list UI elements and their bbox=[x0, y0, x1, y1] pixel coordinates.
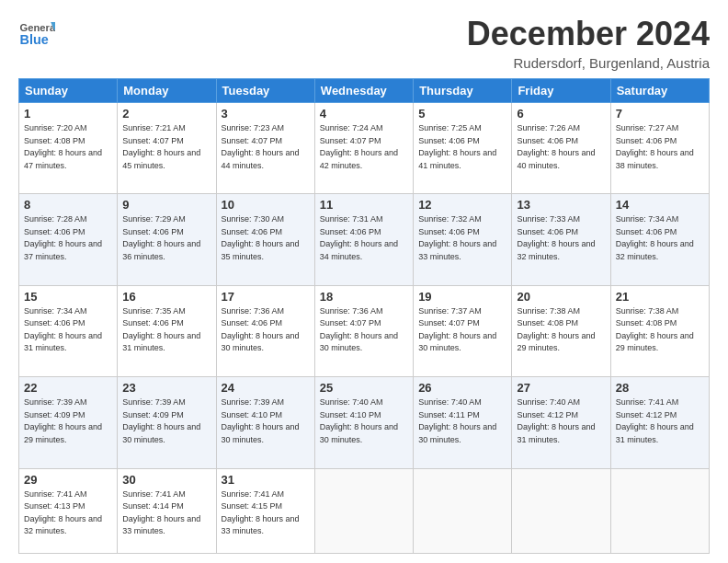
day-info: Sunrise: 7:29 AMSunset: 4:06 PMDaylight:… bbox=[122, 213, 210, 263]
generalblue-logo-icon: General Blue bbox=[18, 15, 55, 52]
calendar-cell: 7Sunrise: 7:27 AMSunset: 4:06 PMDaylight… bbox=[610, 103, 709, 194]
day-info: Sunrise: 7:41 AMSunset: 4:13 PMDaylight:… bbox=[24, 488, 112, 538]
svg-text:General: General bbox=[20, 22, 55, 33]
calendar-cell: 2Sunrise: 7:21 AMSunset: 4:07 PMDaylight… bbox=[118, 103, 216, 194]
calendar-cell bbox=[610, 468, 709, 554]
calendar-cell: 19Sunrise: 7:37 AMSunset: 4:07 PMDayligh… bbox=[414, 285, 512, 376]
weekday-header-wednesday: Wednesday bbox=[314, 79, 413, 103]
day-info: Sunrise: 7:26 AMSunset: 4:06 PMDaylight:… bbox=[517, 122, 605, 172]
month-title: December 2024 bbox=[467, 15, 710, 53]
calendar-cell: 22Sunrise: 7:39 AMSunset: 4:09 PMDayligh… bbox=[19, 377, 118, 468]
day-number: 10 bbox=[222, 198, 310, 212]
calendar-cell: 29Sunrise: 7:41 AMSunset: 4:13 PMDayligh… bbox=[19, 468, 118, 554]
day-info: Sunrise: 7:33 AMSunset: 4:06 PMDaylight:… bbox=[517, 213, 605, 263]
weekday-header-monday: Monday bbox=[118, 79, 216, 103]
calendar-cell: 31Sunrise: 7:41 AMSunset: 4:15 PMDayligh… bbox=[216, 468, 314, 554]
day-number: 24 bbox=[222, 381, 310, 395]
day-info: Sunrise: 7:21 AMSunset: 4:07 PMDaylight:… bbox=[122, 122, 210, 172]
weekday-header-tuesday: Tuesday bbox=[216, 79, 314, 103]
calendar-cell bbox=[512, 468, 610, 554]
day-number: 31 bbox=[222, 473, 310, 487]
calendar-cell: 9Sunrise: 7:29 AMSunset: 4:06 PMDaylight… bbox=[118, 194, 216, 285]
day-info: Sunrise: 7:23 AMSunset: 4:07 PMDaylight:… bbox=[222, 122, 310, 172]
calendar-cell: 28Sunrise: 7:41 AMSunset: 4:12 PMDayligh… bbox=[610, 377, 709, 468]
week-row-5: 29Sunrise: 7:41 AMSunset: 4:13 PMDayligh… bbox=[19, 468, 710, 554]
day-number: 27 bbox=[517, 381, 605, 395]
weekday-header-saturday: Saturday bbox=[610, 79, 709, 103]
day-info: Sunrise: 7:40 AMSunset: 4:11 PMDaylight:… bbox=[418, 396, 506, 446]
day-info: Sunrise: 7:30 AMSunset: 4:06 PMDaylight:… bbox=[222, 213, 310, 263]
day-number: 22 bbox=[24, 381, 112, 395]
calendar-cell: 26Sunrise: 7:40 AMSunset: 4:11 PMDayligh… bbox=[414, 377, 512, 468]
day-info: Sunrise: 7:34 AMSunset: 4:06 PMDaylight:… bbox=[24, 305, 112, 355]
day-number: 28 bbox=[616, 381, 704, 395]
calendar-cell: 8Sunrise: 7:28 AMSunset: 4:06 PMDaylight… bbox=[19, 194, 118, 285]
header: General Blue December 2024 Rudersdorf, B… bbox=[18, 15, 710, 71]
day-info: Sunrise: 7:41 AMSunset: 4:12 PMDaylight:… bbox=[616, 396, 704, 446]
day-info: Sunrise: 7:38 AMSunset: 4:08 PMDaylight:… bbox=[517, 305, 605, 355]
day-number: 8 bbox=[24, 198, 112, 212]
day-info: Sunrise: 7:39 AMSunset: 4:09 PMDaylight:… bbox=[24, 396, 112, 446]
day-info: Sunrise: 7:40 AMSunset: 4:10 PMDaylight:… bbox=[320, 396, 408, 446]
day-number: 4 bbox=[320, 107, 408, 121]
calendar-cell bbox=[314, 468, 413, 554]
day-info: Sunrise: 7:32 AMSunset: 4:06 PMDaylight:… bbox=[418, 213, 506, 263]
weekday-header-row: SundayMondayTuesdayWednesdayThursdayFrid… bbox=[19, 79, 710, 103]
day-info: Sunrise: 7:39 AMSunset: 4:10 PMDaylight:… bbox=[222, 396, 310, 446]
day-info: Sunrise: 7:41 AMSunset: 4:15 PMDaylight:… bbox=[222, 488, 310, 538]
calendar-cell: 27Sunrise: 7:40 AMSunset: 4:12 PMDayligh… bbox=[512, 377, 610, 468]
calendar-cell: 5Sunrise: 7:25 AMSunset: 4:06 PMDaylight… bbox=[414, 103, 512, 194]
calendar-cell: 6Sunrise: 7:26 AMSunset: 4:06 PMDaylight… bbox=[512, 103, 610, 194]
day-number: 7 bbox=[616, 107, 704, 121]
calendar-cell: 3Sunrise: 7:23 AMSunset: 4:07 PMDaylight… bbox=[216, 103, 314, 194]
day-number: 26 bbox=[418, 381, 506, 395]
day-info: Sunrise: 7:37 AMSunset: 4:07 PMDaylight:… bbox=[418, 305, 506, 355]
day-info: Sunrise: 7:34 AMSunset: 4:06 PMDaylight:… bbox=[616, 213, 704, 263]
day-number: 9 bbox=[122, 198, 210, 212]
day-number: 1 bbox=[24, 107, 112, 121]
calendar-cell: 4Sunrise: 7:24 AMSunset: 4:07 PMDaylight… bbox=[314, 103, 413, 194]
calendar-cell: 21Sunrise: 7:38 AMSunset: 4:08 PMDayligh… bbox=[610, 285, 709, 376]
day-info: Sunrise: 7:38 AMSunset: 4:08 PMDaylight:… bbox=[616, 305, 704, 355]
week-row-4: 22Sunrise: 7:39 AMSunset: 4:09 PMDayligh… bbox=[19, 377, 710, 468]
calendar-cell: 18Sunrise: 7:36 AMSunset: 4:07 PMDayligh… bbox=[314, 285, 413, 376]
day-info: Sunrise: 7:27 AMSunset: 4:06 PMDaylight:… bbox=[616, 122, 704, 172]
calendar-cell: 25Sunrise: 7:40 AMSunset: 4:10 PMDayligh… bbox=[314, 377, 413, 468]
week-row-2: 8Sunrise: 7:28 AMSunset: 4:06 PMDaylight… bbox=[19, 194, 710, 285]
day-info: Sunrise: 7:28 AMSunset: 4:06 PMDaylight:… bbox=[24, 213, 112, 263]
day-number: 12 bbox=[418, 198, 506, 212]
week-row-1: 1Sunrise: 7:20 AMSunset: 4:08 PMDaylight… bbox=[19, 103, 710, 194]
location-subtitle: Rudersdorf, Burgenland, Austria bbox=[467, 55, 710, 71]
day-number: 16 bbox=[122, 290, 210, 304]
svg-text:Blue: Blue bbox=[20, 32, 49, 47]
day-number: 6 bbox=[517, 107, 605, 121]
calendar-cell: 20Sunrise: 7:38 AMSunset: 4:08 PMDayligh… bbox=[512, 285, 610, 376]
day-number: 21 bbox=[616, 290, 704, 304]
day-number: 3 bbox=[222, 107, 310, 121]
calendar-cell: 11Sunrise: 7:31 AMSunset: 4:06 PMDayligh… bbox=[314, 194, 413, 285]
day-number: 13 bbox=[517, 198, 605, 212]
title-block: December 2024 Rudersdorf, Burgenland, Au… bbox=[467, 15, 710, 71]
day-info: Sunrise: 7:24 AMSunset: 4:07 PMDaylight:… bbox=[320, 122, 408, 172]
day-info: Sunrise: 7:36 AMSunset: 4:07 PMDaylight:… bbox=[320, 305, 408, 355]
day-number: 20 bbox=[517, 290, 605, 304]
calendar-cell bbox=[414, 468, 512, 554]
day-number: 14 bbox=[616, 198, 704, 212]
day-number: 23 bbox=[122, 381, 210, 395]
day-number: 11 bbox=[320, 198, 408, 212]
calendar-cell: 12Sunrise: 7:32 AMSunset: 4:06 PMDayligh… bbox=[414, 194, 512, 285]
calendar-cell: 14Sunrise: 7:34 AMSunset: 4:06 PMDayligh… bbox=[610, 194, 709, 285]
day-number: 17 bbox=[222, 290, 310, 304]
day-info: Sunrise: 7:31 AMSunset: 4:06 PMDaylight:… bbox=[320, 213, 408, 263]
calendar-cell: 10Sunrise: 7:30 AMSunset: 4:06 PMDayligh… bbox=[216, 194, 314, 285]
day-info: Sunrise: 7:39 AMSunset: 4:09 PMDaylight:… bbox=[122, 396, 210, 446]
calendar-cell: 23Sunrise: 7:39 AMSunset: 4:09 PMDayligh… bbox=[118, 377, 216, 468]
day-info: Sunrise: 7:41 AMSunset: 4:14 PMDaylight:… bbox=[122, 488, 210, 538]
weekday-header-sunday: Sunday bbox=[19, 79, 118, 103]
calendar-cell: 16Sunrise: 7:35 AMSunset: 4:06 PMDayligh… bbox=[118, 285, 216, 376]
calendar-table: SundayMondayTuesdayWednesdayThursdayFrid… bbox=[18, 78, 710, 554]
calendar-cell: 15Sunrise: 7:34 AMSunset: 4:06 PMDayligh… bbox=[19, 285, 118, 376]
page: General Blue December 2024 Rudersdorf, B… bbox=[0, 0, 728, 563]
day-number: 29 bbox=[24, 473, 112, 487]
calendar-cell: 24Sunrise: 7:39 AMSunset: 4:10 PMDayligh… bbox=[216, 377, 314, 468]
